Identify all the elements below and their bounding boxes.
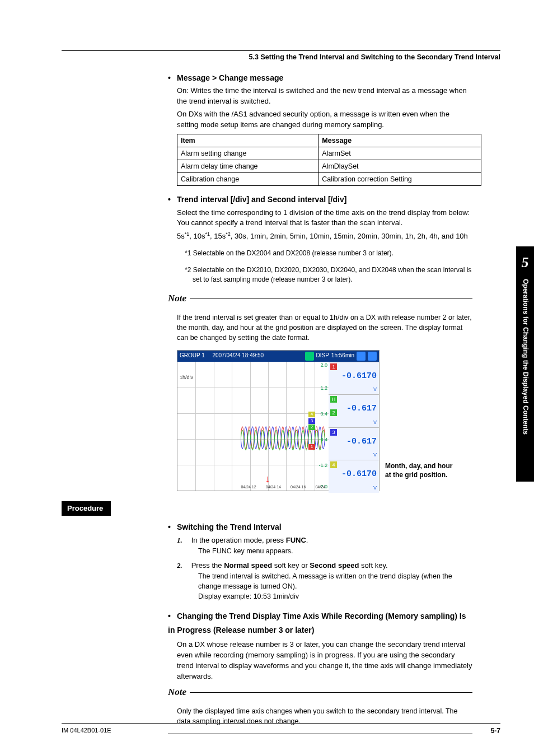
trend-icon xyxy=(305,352,314,361)
page-footer: IM 04L42B01-01E 5-7 xyxy=(62,726,500,736)
marker-3: 3 xyxy=(308,418,315,424)
sec1-p2: On DXs with the /AS1 advanced security o… xyxy=(177,109,472,130)
fig-plot-area: 1h/div 1 2 xyxy=(177,362,329,491)
trend-screenshot: GROUP 1 2007/04/24 18:49:50 DISP 1h:56mi… xyxy=(177,350,380,491)
footnote-1: *1 Selectable on the DX2004 and DX2008 (… xyxy=(185,249,472,258)
page-number: 5-7 xyxy=(491,726,500,736)
bottom-rule xyxy=(62,723,500,724)
sec2-p1: Select the time corresponding to 1 divis… xyxy=(177,208,472,229)
table-row: Alarm setting change AlarmSet xyxy=(177,147,481,160)
fig-side-panels: 1-0.6170V H2-0.617V 3-0.617V 4-0.6170V xyxy=(329,362,379,491)
camera-icon xyxy=(357,352,366,361)
procedure-label: Procedure xyxy=(62,501,111,516)
sec1-p1: On: Writes the time the interval is swit… xyxy=(177,86,472,107)
table-header-item: Item xyxy=(177,134,318,147)
section-message-heading: Message > Change message xyxy=(168,72,472,83)
step-1-sub: The FUNC key menu appears. xyxy=(198,546,472,556)
step-2-sub1: The trend interval is switched. A messag… xyxy=(198,571,472,591)
top-rule xyxy=(62,50,500,51)
marker-2: 2 xyxy=(308,424,315,430)
step-1: 1. In the operation mode, press FUNC. xyxy=(177,535,472,546)
step-2-sub2: Display example: 10:53 1min/div xyxy=(198,591,472,601)
save-icon xyxy=(368,352,377,361)
doc-id: IM 04L42B01-01E xyxy=(62,726,111,736)
message-table: Item Message Alarm setting change AlarmS… xyxy=(177,134,481,186)
x-labels: 04/24 1204/24 14 04/24 1604/24 xyxy=(241,484,325,490)
marker-1: 1 xyxy=(308,444,315,450)
proc1-heading: Switching the Trend Interval xyxy=(168,521,472,533)
table-row: Calibration change Calibration correctio… xyxy=(177,173,481,186)
section-trend-interval-heading: Trend interval [/div] and Second interva… xyxy=(168,194,472,205)
proc2-heading: Changing the Trend Display Time Axis Whi… xyxy=(168,609,472,637)
sec2-p2: 5s*1, 10s*1, 15s*2, 30s, 1min, 2min, 5mi… xyxy=(177,231,472,242)
figure-caption: Month, day, and hourat the grid position… xyxy=(385,462,452,491)
arrow-icon: ↓ xyxy=(265,472,270,486)
running-head: 5.3 Setting the Trend Interval and Switc… xyxy=(62,52,500,62)
footnote-2: *2 Selectable on the DX2010, DX2020, DX2… xyxy=(185,265,472,285)
note1-body: If the trend interval is set greater tha… xyxy=(177,312,472,343)
marker-4: 4 xyxy=(308,412,315,417)
step-2: 2. Press the Normal speed soft key or Se… xyxy=(177,561,472,571)
table-row: Alarm delay time change AlmDlaySet xyxy=(177,160,481,173)
note2-heading: Note xyxy=(168,685,472,699)
note-heading: Note xyxy=(168,292,472,306)
table-header-message: Message xyxy=(318,134,481,147)
fig-titlebar: GROUP 1 2007/04/24 18:49:50 DISP 1h:56mi… xyxy=(177,351,379,362)
proc2-body: On a DX whose release number is 3 or lat… xyxy=(177,640,472,682)
